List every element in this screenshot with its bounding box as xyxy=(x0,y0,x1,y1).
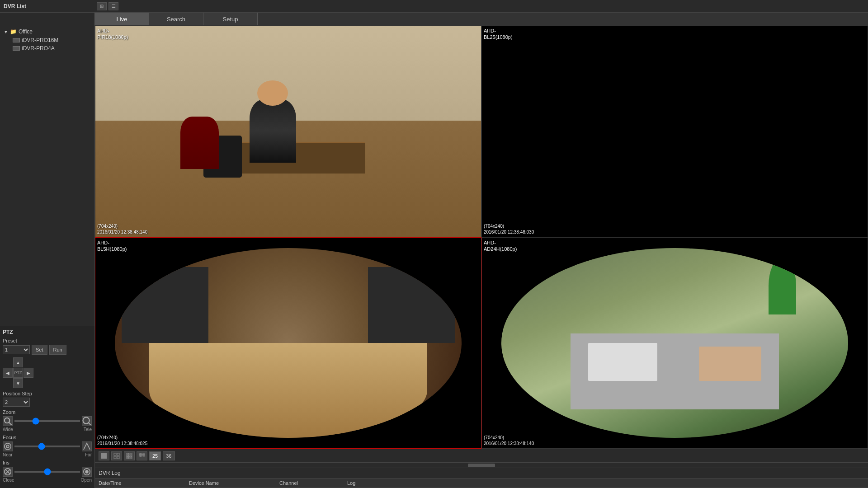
position-step-row: 12345 xyxy=(3,398,92,407)
zoom-slider[interactable] xyxy=(14,420,80,422)
dpad-up-button[interactable]: ▲ xyxy=(13,357,23,367)
main-content: ▼ 📁 Office iDVR-PRO16M iDVR-PRO4A PTZ Pr… xyxy=(0,25,868,488)
svg-rect-19 xyxy=(127,455,128,456)
bottom-controls: 25 36 xyxy=(95,449,868,462)
focus-near-icon[interactable] xyxy=(3,441,13,451)
svg-rect-18 xyxy=(131,453,132,455)
tree-item-dvr1[interactable]: iDVR-PRO16M xyxy=(2,36,93,44)
tab-live[interactable]: Live xyxy=(95,13,149,25)
dpad-empty-br xyxy=(24,378,33,388)
cam4-label: AHD- AD24H(1080p) xyxy=(484,239,517,253)
svg-rect-30 xyxy=(141,455,142,456)
layout-25-button[interactable]: 25 xyxy=(149,451,161,460)
preset-run-button[interactable]: Run xyxy=(49,345,66,355)
tree-root-label: Office xyxy=(19,28,33,35)
tree-item-dvr2[interactable]: iDVR-PRO4A xyxy=(2,44,93,52)
scroll-area[interactable] xyxy=(95,462,868,468)
focus-near-label: Near xyxy=(3,452,13,457)
zoom-tele-icon[interactable] xyxy=(82,416,92,426)
iris-open-icon[interactable] xyxy=(82,467,92,477)
position-step-select[interactable]: 12345 xyxy=(3,398,30,407)
svg-rect-31 xyxy=(142,455,143,456)
svg-rect-27 xyxy=(142,453,143,455)
cam3-circle xyxy=(115,248,462,438)
cam3-desk-r xyxy=(368,267,455,343)
dpad-right-button[interactable]: ▶ xyxy=(24,368,33,378)
svg-rect-26 xyxy=(141,453,142,455)
cam1-feed xyxy=(95,26,481,237)
focus-far-icon[interactable] xyxy=(82,441,92,451)
svg-rect-21 xyxy=(131,455,132,456)
tab-setup[interactable]: Setup xyxy=(203,13,258,25)
cam2-feed xyxy=(482,26,868,237)
tab-search[interactable]: Search xyxy=(149,13,203,25)
tab-spacer xyxy=(0,13,95,25)
layout-1-button[interactable] xyxy=(99,451,109,460)
svg-rect-33 xyxy=(139,456,141,457)
dpad-left-button[interactable]: ◀ xyxy=(3,368,13,378)
col-device: Device Name xyxy=(185,479,276,488)
dpad-center-button[interactable]: PTZ xyxy=(13,368,23,378)
layout-12-button[interactable] xyxy=(137,451,147,460)
focus-far-label: Far xyxy=(85,452,92,457)
svg-rect-15 xyxy=(117,456,119,459)
svg-rect-34 xyxy=(141,456,142,457)
position-step-label: Position Step xyxy=(3,391,92,396)
svg-rect-23 xyxy=(129,457,130,459)
iris-label: Iris xyxy=(3,460,92,465)
cam3-feed xyxy=(95,238,481,449)
dpad-down-button[interactable]: ▼ xyxy=(13,378,23,388)
list-view-icon[interactable]: ☰ xyxy=(108,2,118,10)
iris-close-label: Close xyxy=(3,478,14,483)
preset-row: 12345 Set Run xyxy=(3,345,92,355)
sidebar: ▼ 📁 Office iDVR-PRO16M iDVR-PRO4A PTZ Pr… xyxy=(0,25,95,488)
grid-view-icon[interactable]: ⊞ xyxy=(97,2,107,10)
preset-label: Preset xyxy=(3,338,92,343)
svg-rect-12 xyxy=(114,453,116,455)
svg-rect-35 xyxy=(142,456,143,457)
cam4-feed xyxy=(482,238,868,449)
top-icons: ⊞ ☰ xyxy=(97,2,118,10)
ptz-dpad: ▲ ◀ PTZ ▶ ▼ xyxy=(3,357,92,388)
dvr-list-title: DVR List xyxy=(0,3,95,9)
camera-cell-2[interactable]: AHD- BL25(1080p) (704x240) 2016/01/20 12… xyxy=(481,25,868,237)
zoom-wide-label: Wide xyxy=(3,427,13,432)
camera-cell-3[interactable]: AHD- BL5H(1080p) (704x240) 2016/01/20 12… xyxy=(95,237,481,449)
svg-rect-22 xyxy=(127,457,128,459)
zoom-label-row: Wide Tele xyxy=(3,427,92,432)
svg-line-3 xyxy=(89,423,90,425)
cam3-desk-l xyxy=(122,267,208,343)
preset-set-button[interactable]: Set xyxy=(32,345,47,355)
folder-icon: 📁 xyxy=(10,28,17,35)
svg-rect-29 xyxy=(139,455,141,456)
svg-rect-11 xyxy=(101,453,107,459)
col-channel: Channel xyxy=(276,479,344,488)
svg-rect-28 xyxy=(143,453,145,455)
cam4-timestamp: (704x240) 2016/01/20 12:38:48:140 xyxy=(484,435,534,446)
focus-slider-row xyxy=(3,441,92,451)
camera-cell-1[interactable]: AHD- PIR18(1080p) (704x240) 2016/01/20 1… xyxy=(95,25,481,237)
device-icon-dvr1 xyxy=(13,38,20,42)
svg-rect-24 xyxy=(131,457,132,459)
tree-item-dvr2-label: iDVR-PRO4A xyxy=(22,45,55,52)
cam3-label: AHD- BL5H(1080p) xyxy=(97,239,127,253)
tree-root-office[interactable]: ▼ 📁 Office xyxy=(2,27,93,36)
scroll-thumb[interactable] xyxy=(468,464,495,467)
iris-slider[interactable] xyxy=(14,471,80,473)
iris-close-icon[interactable] xyxy=(3,467,13,477)
zoom-slider-row xyxy=(3,416,92,426)
svg-rect-14 xyxy=(114,456,116,459)
dvr-log: DVR Log Date/Time Device Name Channel Lo… xyxy=(95,468,868,488)
camera-cell-4[interactable]: AHD- AD24H(1080p) (704x240) 2016/01/20 1… xyxy=(481,237,868,449)
layout-9-button[interactable] xyxy=(124,451,135,460)
layout-4-button[interactable] xyxy=(111,451,122,460)
preset-select[interactable]: 12345 xyxy=(3,345,30,354)
zoom-wide-icon[interactable] xyxy=(3,416,13,426)
focus-slider[interactable] xyxy=(14,446,80,447)
svg-point-10 xyxy=(85,470,88,473)
iris-slider-row xyxy=(3,467,92,477)
cam4-circle xyxy=(501,248,849,438)
dpad-empty-tl xyxy=(3,357,13,367)
layout-36-button[interactable]: 36 xyxy=(163,451,175,460)
svg-line-1 xyxy=(9,422,12,425)
